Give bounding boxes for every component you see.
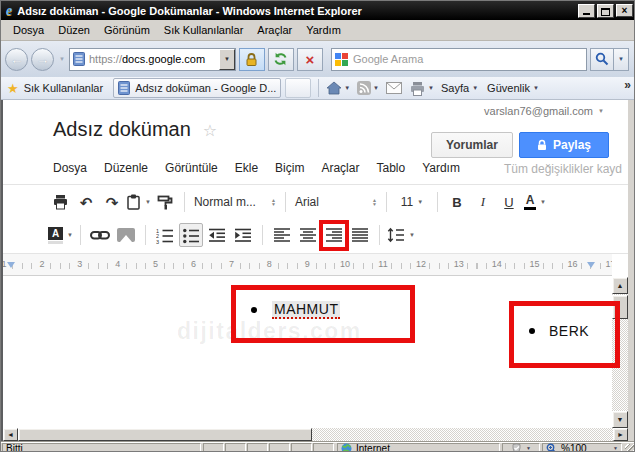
security-menu-button[interactable]: Güvenlik ▼ [487, 82, 539, 94]
indent-marker-left[interactable] [7, 262, 15, 268]
zoom-cell[interactable]: %100 ▼ [542, 443, 622, 452]
separator [184, 192, 185, 212]
stop-button[interactable]: × [297, 48, 323, 71]
bulleted-list-button[interactable] [179, 223, 203, 247]
text-color-button[interactable]: A ▼ [523, 190, 547, 214]
docs-menu-yardim[interactable]: Yardım [422, 161, 460, 175]
resize-grip[interactable] [625, 444, 635, 452]
internet-globe-icon [341, 443, 352, 452]
paste-button[interactable]: ▼ [126, 190, 151, 214]
divider [3, 184, 628, 185]
docs-menu-duzenle[interactable]: Düzenle [104, 161, 148, 175]
new-tab-stub[interactable] [285, 78, 311, 98]
ruler-number: 11 [375, 259, 390, 269]
navigation-bar: ← → ▼ https://docs.google.com ▼ × Google… [1, 41, 635, 77]
home-button[interactable]: ▼ [326, 81, 350, 95]
menu-araclar[interactable]: Araçlar [250, 22, 299, 38]
align-center-button[interactable] [296, 223, 320, 247]
italic-button[interactable]: I [471, 190, 495, 214]
google-logo-icon [335, 53, 348, 66]
scrollbar-thumb[interactable] [18, 428, 312, 441]
ruler-number: 6 [188, 259, 199, 269]
horizontal-scrollbar[interactable]: ◄ ► [3, 428, 628, 441]
status-text-cell: Bitti [2, 443, 201, 452]
docs-menu-goruntule[interactable]: Görüntüle [165, 161, 218, 175]
scroll-up-button[interactable]: ▲ [612, 277, 628, 294]
redo-button[interactable]: ↷ [100, 190, 124, 214]
minimize-button[interactable] [578, 4, 595, 18]
docs-menu-tablo[interactable]: Tablo [376, 161, 405, 175]
page-menu-button[interactable]: Sayfa ▼ [441, 82, 478, 94]
ruler-number: 10 [337, 259, 353, 269]
insert-image-button[interactable] [114, 223, 138, 247]
refresh-button[interactable] [268, 48, 294, 71]
favorites-button[interactable]: Sık Kullanılanlar [24, 82, 104, 94]
underline-button[interactable]: U [497, 190, 521, 214]
share-button[interactable]: Paylaş [519, 132, 609, 158]
document-title[interactable]: Adsız doküman [53, 118, 191, 141]
docs-menu-araclar[interactable]: Araçlar [321, 161, 359, 175]
scroll-left-button[interactable]: ◄ [3, 428, 18, 441]
maximize-button[interactable] [597, 4, 614, 18]
increase-indent-button[interactable] [231, 223, 255, 247]
smartscreen-cell[interactable]: ▼ [502, 443, 540, 452]
zoom-icon [546, 443, 557, 452]
dropdown-icon: ▼ [526, 445, 531, 451]
font-size-dropdown[interactable]: 11 ▼ [394, 190, 430, 214]
security-lock-button[interactable] [239, 48, 265, 71]
separator [80, 225, 81, 245]
menu-yardim[interactable]: Yardım [299, 22, 348, 38]
justify-button[interactable] [348, 223, 372, 247]
back-icon: ← [10, 52, 23, 67]
close-button[interactable]: × [616, 4, 633, 17]
spinner-icon: ▲▼ [372, 198, 377, 206]
address-bar[interactable]: https://docs.google.com ▼ [69, 48, 236, 71]
comments-label: Yorumlar [446, 138, 498, 152]
docs-menu-ekle[interactable]: Ekle [235, 161, 258, 175]
account-menu[interactable]: varslan76@gmail.com ▼ [484, 105, 604, 117]
docs-menu-bicim[interactable]: Biçim [275, 161, 304, 175]
star-document-icon[interactable]: ☆ [203, 121, 217, 140]
menu-sik-kullanilanlar[interactable]: Sık Kullanılanlar [157, 22, 251, 38]
undo-button[interactable]: ↶ [74, 190, 98, 214]
tab-adsiz-dokuman[interactable]: Adsız doküman - Google D... [113, 78, 281, 98]
menu-duzen[interactable]: Düzen [51, 22, 97, 38]
decrease-indent-button[interactable] [205, 223, 229, 247]
scroll-right-button[interactable]: ► [613, 428, 628, 441]
scroll-up-icon: ▲ [617, 282, 624, 289]
forward-button[interactable]: → [31, 48, 54, 71]
search-dropdown-button[interactable]: ▼ [614, 48, 629, 71]
smartscreen-shield-icon [511, 443, 522, 452]
highlight-color-button[interactable]: A ▼ [48, 223, 73, 247]
print-button[interactable]: ▼ [409, 81, 434, 96]
bold-button[interactable]: B [445, 190, 469, 214]
comments-button[interactable]: Yorumlar [431, 132, 513, 158]
paint-roller-icon [157, 194, 173, 210]
scroll-down-button[interactable]: ▼ [612, 411, 628, 428]
back-button[interactable]: ← [5, 48, 28, 71]
dropdown-icon: ▼ [373, 85, 379, 91]
favorites-bar: ★ Sık Kullanılanlar Adsız doküman - Goog… [1, 77, 635, 100]
feeds-button[interactable]: ▼ [357, 81, 379, 95]
align-right-button[interactable] [322, 223, 346, 247]
font-dropdown[interactable]: Arial ▲▼ [293, 190, 379, 214]
styles-dropdown[interactable]: Normal m... ▲▼ [192, 190, 278, 214]
history-dropdown[interactable]: ▼ [59, 56, 65, 62]
read-mail-button[interactable] [386, 82, 402, 94]
increase-indent-icon [234, 227, 252, 243]
line-spacing-button[interactable]: ▼ [387, 223, 415, 247]
paint-format-button[interactable] [153, 190, 177, 214]
print-button[interactable] [48, 190, 72, 214]
numbered-list-button[interactable]: 123 [153, 223, 177, 247]
search-box[interactable]: Google Arama [331, 48, 587, 71]
docs-menu-dosya[interactable]: Dosya [53, 161, 87, 175]
indent-marker-right[interactable] [587, 262, 595, 268]
highlight-color-icon: A [48, 227, 63, 244]
menu-gorunum[interactable]: Görünüm [97, 22, 157, 38]
toolbar-overflow-button[interactable]: » [624, 78, 631, 92]
insert-link-button[interactable] [88, 223, 112, 247]
menu-dosya[interactable]: Dosya [6, 22, 51, 38]
address-dropdown-button[interactable]: ▼ [219, 49, 235, 70]
search-button[interactable] [590, 48, 614, 71]
align-left-button[interactable] [270, 223, 294, 247]
